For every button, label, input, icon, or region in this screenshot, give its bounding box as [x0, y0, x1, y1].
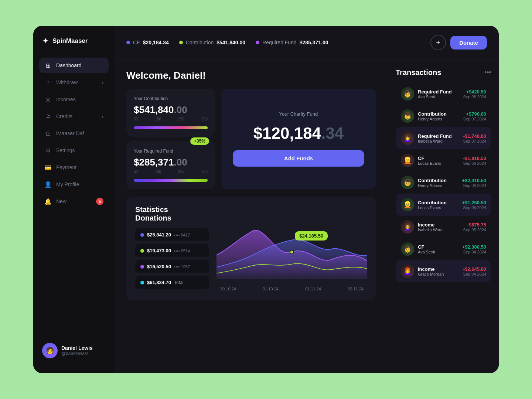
add-funds-button[interactable]: Add Funds — [233, 150, 364, 167]
stat-dot-2 — [140, 249, 144, 253]
transaction-right: +$1,250.50 Sep 06 2024 — [462, 200, 486, 210]
transaction-item[interactable]: 👩‍🦱 Required Fund Isabella Ward -$1,740.… — [396, 127, 491, 149]
chart-labels: 30.10.24 31.10.24 01.11.24 02.11.24 — [216, 287, 367, 291]
cf-dot — [126, 41, 130, 44]
transaction-date: Sep 06 2024 — [463, 161, 486, 166]
transaction-person: Henry Adams — [418, 117, 460, 121]
transaction-info: CF Ava Scott — [418, 244, 458, 254]
transaction-person: Henry Adams — [418, 183, 458, 188]
sidebar-item-dashboard[interactable]: ⊞ Dashboard — [39, 58, 109, 73]
transactions-list: 👩 Required Fund Ava Scott +$420.50 Sep 0… — [396, 83, 491, 282]
sidebar-item-settings[interactable]: ⚙ Settings — [39, 143, 109, 158]
settings-icon: ⚙ — [44, 147, 52, 154]
contribution-card-value: $541,840.00 — [134, 104, 208, 116]
transaction-name: Contribution — [418, 111, 460, 117]
transaction-person: Isabella Ward — [418, 228, 460, 232]
nav-items: ⊞ Dashboard ↑ Withdraw ▾ ◎ Incomes 🗂 Cre… — [39, 58, 109, 335]
profile-icon: 👤 — [44, 181, 52, 188]
sidebar-item-label: Dashboard — [56, 62, 103, 68]
page-title: Welcome, Daniel! — [126, 70, 376, 81]
transaction-item[interactable]: 👱 Contribution Lucas Evans +$1,250.50 Se… — [396, 194, 491, 216]
sidebar-item-label: Incomes — [56, 96, 103, 102]
transaction-item[interactable]: 👦 Contribution Henry Adams +$790.00 Sep … — [396, 105, 491, 127]
transaction-date: Sep 06 2024 — [462, 205, 486, 210]
sidebar-item-label: Withdraw — [56, 79, 97, 85]
contribution-value: $541,840.00 — [216, 40, 245, 45]
sidebar-item-payment[interactable]: 💳 Payment — [39, 160, 109, 175]
stat-cf: CF $20,184.34 — [126, 40, 169, 45]
dashboard-icon: ⊞ — [44, 62, 52, 69]
transaction-amount: -$2,645.00 — [463, 266, 486, 272]
stat-row-3: $16,520.50 •••• 1957 — [135, 260, 209, 273]
required-fund-dot — [256, 41, 259, 44]
header: CF $20,184.34 Contribution $541,840.00 R… — [115, 26, 499, 59]
sidebar-item-new[interactable]: 🔔 New 5 — [39, 194, 109, 209]
contribution-dot — [179, 41, 183, 44]
sidebar-item-incomes[interactable]: ◎ Incomes — [39, 92, 109, 107]
stat-value-3: $16,520.50 — [147, 264, 171, 269]
contribution-amount: $541,840 — [134, 104, 174, 115]
transaction-amount: +$2,300.50 — [462, 244, 486, 250]
chart-label-2: 31.10.24 — [263, 287, 279, 291]
transaction-info: Contribution Henry Adams — [418, 178, 458, 188]
sidebar-item-credits[interactable]: 🗂 Credits ▾ — [39, 109, 109, 124]
transaction-avatar: 👦 — [401, 109, 414, 123]
imaaser-icon: ⊡ — [44, 130, 52, 137]
required-fund-label: Required Fund — [262, 40, 297, 45]
transaction-item[interactable]: 👩 Required Fund Ava Scott +$420.50 Sep 0… — [396, 83, 491, 105]
stat-contribution: Contribution $541,840.00 — [179, 40, 245, 45]
transaction-amount: +$1,250.50 — [462, 200, 486, 205]
stats-title: Statistics Donations — [135, 205, 209, 222]
transaction-right: +$2,410.50 Sep 06 2024 — [462, 178, 486, 188]
transaction-person: Lucas Evans — [418, 205, 458, 210]
stat-label-total: Total — [174, 280, 183, 285]
transaction-item[interactable]: 👩‍🦰 Income Grace Morgan -$2,645.00 Sep 0… — [396, 260, 491, 282]
contribution-label: Contribution — [186, 40, 214, 45]
sidebar-item-myprofile[interactable]: 👤 My Profile — [39, 177, 109, 192]
charity-value: $120,184.34 — [253, 124, 344, 143]
card-bar-labels: 50 150 250 350 — [134, 117, 208, 121]
transaction-name: Income — [418, 222, 460, 228]
sidebar-item-withdraw[interactable]: ↑ Withdraw ▾ — [39, 75, 109, 90]
transaction-date: Sep 04 2024 — [462, 250, 486, 254]
transaction-amount: -$1,740.00 — [463, 133, 486, 139]
transaction-item[interactable]: 👩 CF Ava Scott +$2,300.50 Sep 04 2024 — [396, 238, 491, 260]
header-stats: CF $20,184.34 Contribution $541,840.00 R… — [126, 40, 422, 45]
cf-label: CF — [133, 40, 140, 45]
transaction-avatar: 👩 — [401, 242, 414, 256]
transaction-name: Required Fund — [418, 133, 460, 139]
transaction-name: Contribution — [418, 178, 458, 183]
transaction-item[interactable]: 👦 Contribution Henry Adams +$2,410.50 Se… — [396, 171, 491, 194]
sidebar-item-label: Payment — [56, 164, 103, 170]
incomes-icon: ◎ — [44, 96, 52, 103]
transaction-person: Ava Scott — [418, 95, 460, 99]
user-name: Daniel Lewis — [61, 345, 93, 351]
stat-row-total: $61,834.70 Total — [135, 276, 209, 289]
transaction-avatar: 👩 — [401, 87, 414, 100]
donate-button[interactable]: Donate — [450, 36, 487, 50]
stat-dot-3 — [140, 265, 144, 269]
bell-icon: 🔔 — [44, 198, 52, 205]
stat-value-2: $19,473.00 — [147, 248, 171, 253]
required-fund-badge: +35% — [190, 137, 209, 145]
transaction-item[interactable]: 👱 CF Lucas Evans -$1,810.50 Sep 06 2024 — [396, 149, 491, 171]
withdraw-icon: ↑ — [44, 79, 52, 86]
required-fund-card-value: $285,371.00 — [134, 157, 208, 168]
transaction-item[interactable]: 👩‍🦱 Income Isabella Ward -$675.75 Sep 05… — [396, 216, 491, 238]
transactions-more-button[interactable]: ••• — [484, 69, 491, 76]
sidebar-item-label: My Profile — [56, 181, 103, 187]
sidebar-item-label: Settings — [56, 147, 103, 153]
transaction-info: CF Lucas Evans — [418, 156, 460, 166]
contribution-card: Your Contribution $541,840.00 50 150 250… — [126, 89, 215, 137]
stat-dot-1 — [140, 233, 144, 237]
charity-card: Your Charity Fund $120,184.34 Add Funds — [221, 89, 376, 189]
required-fund-value: $285,371.00 — [300, 40, 328, 45]
transactions-panel: Transactions ••• 👩 Required Fund Ava Sco… — [388, 59, 499, 373]
add-button[interactable]: + — [430, 35, 446, 50]
sidebar-item-imaaser[interactable]: ⊡ iMaaser Daf — [39, 126, 109, 141]
transaction-right: -$1,740.00 Sep 07 2024 — [463, 133, 486, 143]
transaction-avatar: 👱 — [401, 154, 414, 167]
transaction-amount: +$420.50 — [463, 89, 486, 95]
transaction-amount: +$2,410.50 — [462, 178, 486, 183]
payment-icon: 💳 — [44, 164, 52, 171]
